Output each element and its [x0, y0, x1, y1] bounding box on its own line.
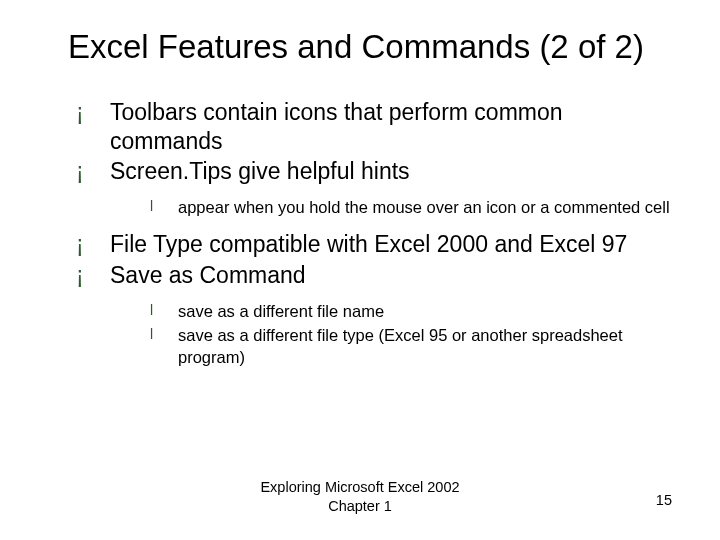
- sub-bullet-item: save as a different file type (Excel 95 …: [150, 324, 670, 369]
- bullet-text: Save as Command: [110, 262, 306, 288]
- sub-bullet-text: save as a different file name: [178, 302, 384, 320]
- sub-bullet-list: appear when you hold the mouse over an i…: [110, 196, 670, 218]
- slide-footer: Exploring Microsoft Excel 2002 Chapter 1: [0, 478, 720, 516]
- sub-bullet-list: save as a different file name save as a …: [110, 300, 670, 369]
- bullet-item: Toolbars contain icons that perform comm…: [76, 98, 670, 156]
- bullet-item: Save as Command save as a different file…: [76, 261, 670, 369]
- sub-bullet-text: appear when you hold the mouse over an i…: [178, 198, 670, 216]
- page-number: 15: [656, 492, 672, 508]
- bullet-text: Toolbars contain icons that perform comm…: [110, 99, 563, 154]
- main-bullet-list: Toolbars contain icons that perform comm…: [68, 98, 670, 369]
- footer-line2: Chapter 1: [328, 498, 392, 514]
- bullet-item: Screen.Tips give helpful hints appear wh…: [76, 157, 670, 218]
- bullet-item: File Type compatible with Excel 2000 and…: [76, 230, 670, 259]
- slide-title: Excel Features and Commands (2 of 2): [68, 28, 670, 66]
- sub-bullet-text: save as a different file type (Excel 95 …: [178, 326, 623, 366]
- footer-line1: Exploring Microsoft Excel 2002: [260, 479, 459, 495]
- bullet-text: Screen.Tips give helpful hints: [110, 158, 410, 184]
- sub-bullet-item: appear when you hold the mouse over an i…: [150, 196, 670, 218]
- sub-bullet-item: save as a different file name: [150, 300, 670, 322]
- bullet-text: File Type compatible with Excel 2000 and…: [110, 231, 627, 257]
